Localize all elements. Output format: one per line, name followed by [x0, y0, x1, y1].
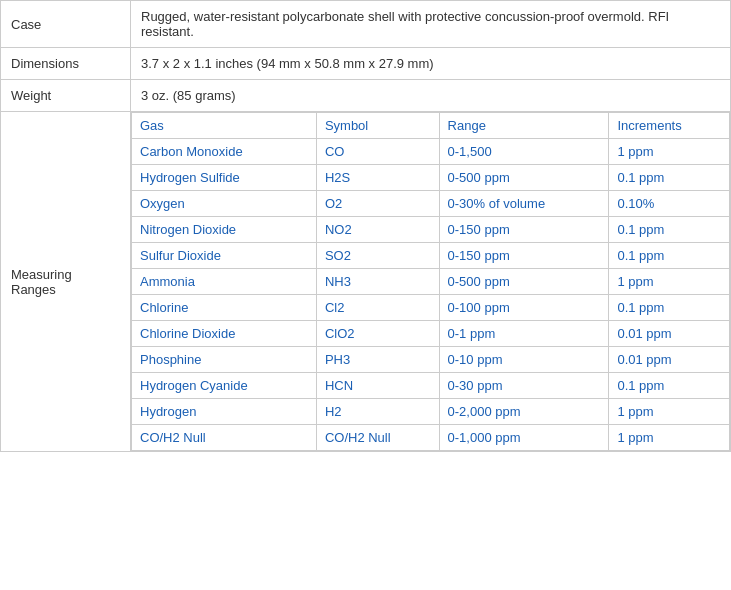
gas-name: Chlorine Dioxide [132, 321, 317, 347]
gas-header-range: Range [439, 113, 609, 139]
weight-row: Weight 3 oz. (85 grams) [1, 80, 731, 112]
gas-name: Hydrogen Cyanide [132, 373, 317, 399]
gas-range: 0-500 ppm [439, 165, 609, 191]
gas-row: Nitrogen DioxideNO20-150 ppm0.1 ppm [132, 217, 730, 243]
gas-row: OxygenO20-30% of volume0.10% [132, 191, 730, 217]
weight-value: 3 oz. (85 grams) [131, 80, 731, 112]
gas-symbol: PH3 [316, 347, 439, 373]
gas-increments: 1 ppm [609, 139, 730, 165]
gas-name: Carbon Monoxide [132, 139, 317, 165]
weight-label: Weight [1, 80, 131, 112]
gas-row: CO/H2 NullCO/H2 Null0-1,000 ppm1 ppm [132, 425, 730, 451]
gas-row: PhosphinePH30-10 ppm0.01 ppm [132, 347, 730, 373]
gas-symbol: CO [316, 139, 439, 165]
gas-symbol: ClO2 [316, 321, 439, 347]
gas-name: Oxygen [132, 191, 317, 217]
gas-header-symbol: Symbol [316, 113, 439, 139]
gas-symbol: Cl2 [316, 295, 439, 321]
gas-increments: 0.10% [609, 191, 730, 217]
gas-name: Hydrogen Sulfide [132, 165, 317, 191]
gas-symbol: H2 [316, 399, 439, 425]
gas-increments: 0.1 ppm [609, 295, 730, 321]
measuring-ranges-row: Measuring Ranges GasSymbolRangeIncrement… [1, 112, 731, 452]
gas-range: 0-10 ppm [439, 347, 609, 373]
gas-name: Chlorine [132, 295, 317, 321]
measuring-ranges-label: Measuring Ranges [1, 112, 131, 452]
gas-range: 0-1,000 ppm [439, 425, 609, 451]
gas-increments: 1 ppm [609, 399, 730, 425]
gas-name: CO/H2 Null [132, 425, 317, 451]
gas-row: Chlorine DioxideClO20-1 ppm0.01 ppm [132, 321, 730, 347]
gas-increments: 0.01 ppm [609, 321, 730, 347]
gas-table-header-row: GasSymbolRangeIncrements [132, 113, 730, 139]
gas-symbol: CO/H2 Null [316, 425, 439, 451]
gas-range: 0-100 ppm [439, 295, 609, 321]
gas-range: 0-500 ppm [439, 269, 609, 295]
gas-increments: 1 ppm [609, 269, 730, 295]
gas-name: Nitrogen Dioxide [132, 217, 317, 243]
dimensions-row: Dimensions 3.7 x 2 x 1.1 inches (94 mm x… [1, 48, 731, 80]
gas-header-gas: Gas [132, 113, 317, 139]
gas-name: Hydrogen [132, 399, 317, 425]
gas-increments: 0.1 ppm [609, 217, 730, 243]
gas-symbol: HCN [316, 373, 439, 399]
gas-symbol: O2 [316, 191, 439, 217]
gas-range: 0-150 ppm [439, 217, 609, 243]
gas-table: GasSymbolRangeIncrementsCarbon MonoxideC… [131, 112, 730, 451]
measuring-ranges-table-container: GasSymbolRangeIncrementsCarbon MonoxideC… [131, 112, 731, 452]
dimensions-value: 3.7 x 2 x 1.1 inches (94 mm x 50.8 mm x … [131, 48, 731, 80]
gas-header-increments: Increments [609, 113, 730, 139]
case-value: Rugged, water-resistant polycarbonate sh… [131, 1, 731, 48]
gas-increments: 0.01 ppm [609, 347, 730, 373]
gas-increments: 1 ppm [609, 425, 730, 451]
gas-range: 0-30 ppm [439, 373, 609, 399]
case-row: Case Rugged, water-resistant polycarbona… [1, 1, 731, 48]
gas-symbol: SO2 [316, 243, 439, 269]
dimensions-label: Dimensions [1, 48, 131, 80]
gas-range: 0-30% of volume [439, 191, 609, 217]
gas-name: Phosphine [132, 347, 317, 373]
gas-name: Sulfur Dioxide [132, 243, 317, 269]
gas-increments: 0.1 ppm [609, 165, 730, 191]
gas-symbol: NO2 [316, 217, 439, 243]
gas-row: Hydrogen CyanideHCN0-30 ppm0.1 ppm [132, 373, 730, 399]
gas-range: 0-2,000 ppm [439, 399, 609, 425]
gas-range: 0-150 ppm [439, 243, 609, 269]
gas-row: AmmoniaNH30-500 ppm1 ppm [132, 269, 730, 295]
gas-row: Sulfur DioxideSO20-150 ppm0.1 ppm [132, 243, 730, 269]
gas-symbol: NH3 [316, 269, 439, 295]
gas-row: Hydrogen SulfideH2S0-500 ppm0.1 ppm [132, 165, 730, 191]
gas-row: Carbon MonoxideCO0-1,5001 ppm [132, 139, 730, 165]
gas-symbol: H2S [316, 165, 439, 191]
gas-range: 0-1,500 [439, 139, 609, 165]
gas-increments: 0.1 ppm [609, 243, 730, 269]
gas-row: HydrogenH20-2,000 ppm1 ppm [132, 399, 730, 425]
gas-increments: 0.1 ppm [609, 373, 730, 399]
case-label: Case [1, 1, 131, 48]
gas-row: ChlorineCl20-100 ppm0.1 ppm [132, 295, 730, 321]
gas-range: 0-1 ppm [439, 321, 609, 347]
gas-name: Ammonia [132, 269, 317, 295]
